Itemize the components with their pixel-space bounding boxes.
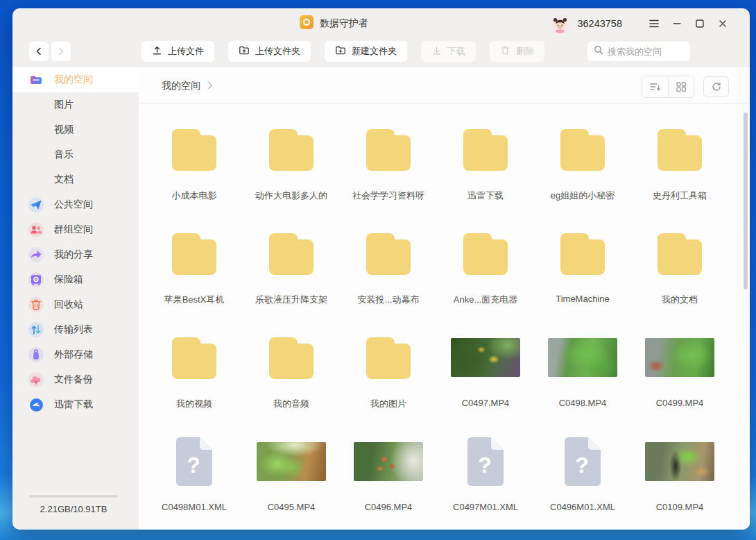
sidebar-item-my-space[interactable]: 我的空间: [12, 67, 139, 92]
new-folder-button[interactable]: 新建文件夹: [325, 41, 407, 62]
sidebar-item-pictures[interactable]: 图片: [12, 92, 139, 117]
folder-upload-icon: [239, 45, 250, 58]
desktop: { "titlebar": { "app_title": "数据守护者", "u…: [0, 0, 756, 540]
grid-view-button[interactable]: [668, 76, 694, 97]
file-name: 小成本电影: [172, 189, 217, 202]
minimize-button[interactable]: [667, 15, 686, 33]
grid-item-video[interactable]: C0498.MP4: [534, 312, 631, 416]
video-thumbnail: [645, 442, 714, 481]
folder-icon: [461, 232, 510, 275]
usb-icon: [28, 347, 44, 362]
grid-item-folder[interactable]: 小成本电影: [146, 104, 243, 208]
sidebar-item-public-space[interactable]: 公共空间: [12, 192, 139, 217]
xml-file-icon: ?: [561, 434, 604, 489]
grid-item-xml[interactable]: ?C0498M01.XML: [146, 416, 243, 521]
grid-item-video[interactable]: C0499.MP4: [631, 312, 728, 416]
svg-text:?: ?: [187, 453, 200, 478]
sidebar-item-videos[interactable]: 视频: [12, 117, 139, 142]
maximize-button[interactable]: [690, 15, 709, 33]
sidebar-item-music[interactable]: 音乐: [12, 142, 139, 167]
breadcrumb[interactable]: 我的空间: [162, 80, 200, 92]
file-name: C0498.MP4: [559, 398, 607, 408]
delete-label: 删除: [516, 45, 534, 58]
sidebar-item-label: 文件备份: [54, 373, 93, 386]
sidebar-item-group-space[interactable]: 群组空间: [12, 217, 139, 242]
forward-button: [51, 42, 71, 61]
grid-item-folder[interactable]: 我的视频: [146, 312, 243, 416]
grid-item-video[interactable]: C0109.MP4: [631, 416, 728, 521]
video-thumbnail: [645, 338, 714, 377]
sidebar-item-label: 图片: [54, 99, 74, 111]
file-name: 动作大电影多人的: [255, 189, 327, 202]
app-window: 数据守护者 36243758 上传文件 上传文件夹 新建文件夹: [12, 8, 750, 530]
transfer-icon: [28, 322, 44, 337]
grid-item-folder[interactable]: 我的音频: [243, 312, 340, 416]
search-box[interactable]: [587, 42, 690, 61]
grid-item-folder[interactable]: TimeMachine: [534, 208, 631, 312]
username: 36243758: [577, 18, 622, 29]
folder-icon: [267, 232, 316, 275]
folder-icon: [170, 336, 218, 379]
grid-item-folder[interactable]: 乐歌液压升降支架: [243, 208, 340, 312]
paper-plane-icon: [28, 197, 44, 212]
grid-item-folder[interactable]: 我的文档: [631, 208, 728, 312]
grid-item-video[interactable]: C0497.MP4: [437, 312, 534, 416]
grid-item-folder[interactable]: 我的图片: [340, 312, 437, 416]
file-name: 我的音频: [273, 398, 309, 410]
grid-item-folder[interactable]: 动作大电影多人的: [243, 104, 340, 208]
grid-item-xml[interactable]: ?C0496M01.XML: [534, 416, 631, 521]
sidebar-item-label: 音乐: [54, 149, 74, 161]
sidebar-item-transfer-list[interactable]: 传输列表: [12, 317, 139, 342]
app-logo-icon: [300, 15, 313, 32]
video-thumbnail: [257, 442, 326, 481]
grid-item-video[interactable]: C0496.MP4: [340, 416, 437, 521]
video-thumbnail: [548, 338, 617, 377]
grid-item-folder[interactable]: 迅雷下载: [437, 104, 534, 208]
sort-button[interactable]: [642, 76, 668, 97]
delete-button: 删除: [490, 41, 544, 62]
sidebar-item-thunder-download[interactable]: 迅雷下载: [12, 392, 139, 417]
myspace-folder-icon: [28, 72, 44, 87]
sidebar-item-file-backup[interactable]: 文件备份: [12, 367, 139, 392]
sidebar-item-my-shares[interactable]: 我的分享: [12, 242, 139, 267]
grid-item-folder[interactable]: 史丹利工具箱: [631, 104, 728, 208]
sidebar-item-external-storage[interactable]: 外部存储: [12, 342, 139, 367]
folder-icon: [364, 336, 413, 379]
grid-item-folder[interactable]: 安装投...动幕布: [340, 208, 437, 312]
grid-item-folder[interactable]: eg姐姐的小秘密: [534, 104, 631, 208]
refresh-button[interactable]: [703, 76, 729, 97]
upload-icon: [152, 45, 162, 58]
folder-icon: [558, 232, 607, 275]
search-input[interactable]: [608, 47, 684, 57]
back-button[interactable]: [29, 42, 49, 61]
app-title: 数据守护者: [320, 17, 368, 30]
upload-folder-button[interactable]: 上传文件夹: [228, 41, 311, 62]
sidebar-item-safe-box[interactable]: 保险箱: [12, 267, 139, 292]
new-folder-label: 新建文件夹: [352, 45, 397, 58]
folder-icon: [558, 128, 607, 171]
grid-item-video[interactable]: C0495.MP4: [243, 416, 340, 521]
sidebar-item-label: 我的分享: [54, 248, 93, 261]
close-button[interactable]: [713, 15, 732, 33]
breadcrumb-bar: 我的空间: [139, 67, 750, 104]
group-icon: [28, 222, 44, 237]
file-name: 乐歌液压升降支架: [255, 294, 327, 306]
sidebar-item-recycle-bin[interactable]: 回收站: [12, 292, 139, 317]
grid-item-folder[interactable]: 苹果BestX耳机: [146, 208, 243, 312]
menu-icon[interactable]: [644, 15, 663, 33]
folder-icon: [267, 128, 316, 171]
grid-item-xml[interactable]: ?C0497M01.XML: [437, 416, 534, 521]
sidebar-item-label: 保险箱: [54, 273, 83, 286]
folder-icon: [655, 232, 704, 275]
grid-item-folder[interactable]: Anke...面充电器: [437, 208, 534, 312]
file-name: C0497M01.XML: [453, 502, 518, 512]
sidebar-item-documents[interactable]: 文档: [12, 167, 139, 192]
upload-file-button[interactable]: 上传文件: [141, 41, 214, 62]
file-grid: 小成本电影动作大电影多人的社会学学习资料呀迅雷下载eg姐姐的小秘密史丹利工具箱苹…: [146, 104, 728, 521]
user-avatar[interactable]: [551, 15, 569, 33]
download-icon: [431, 45, 442, 58]
sidebar-item-label: 视频: [54, 124, 74, 136]
file-name: C0495.MP4: [268, 502, 316, 512]
scrollbar-thumb[interactable]: [744, 112, 748, 289]
grid-item-folder[interactable]: 社会学学习资料呀: [340, 104, 437, 208]
